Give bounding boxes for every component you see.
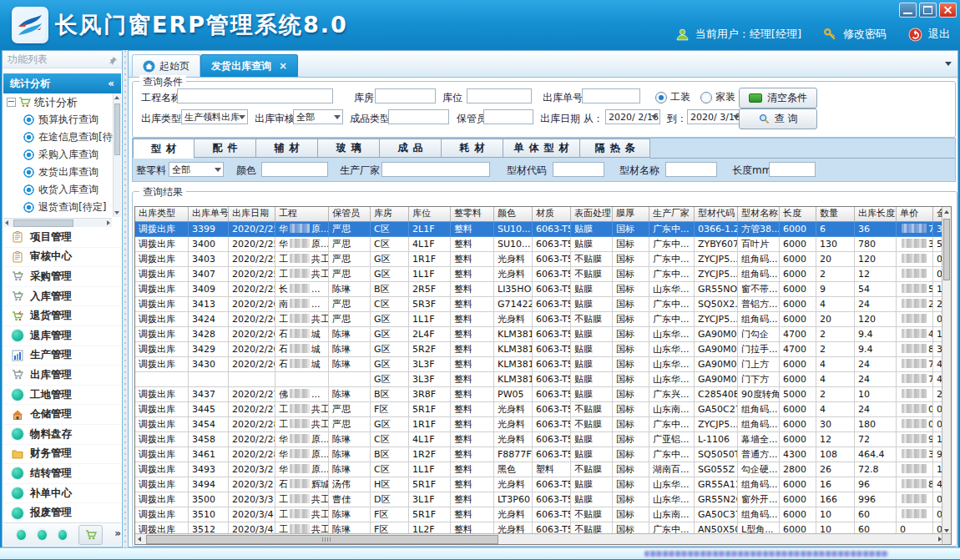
dot-icon[interactable] — [17, 530, 26, 540]
column-header-出库单号[interactable]: 出库单号 — [189, 207, 229, 221]
table-row[interactable]: 调拨出库34542020/2/28工共工程严思G区1R1F整料光身料6063-T… — [135, 417, 952, 432]
tree-vertical-scrollbar[interactable] — [113, 93, 121, 217]
column-header-表面处理[interactable]: 表面处理 — [571, 207, 613, 221]
tree-item-退货查询[待定][interactable]: 退货查询[待定] — [3, 199, 121, 216]
sidebar-item-结转管理[interactable]: 结转管理 — [3, 464, 121, 484]
radio-gongzhuang[interactable]: 工装 — [655, 90, 690, 104]
outbound-type-select[interactable]: 生产领料出库 — [181, 109, 248, 124]
tab-shipping-outbound-query[interactable]: 发货出库查询 × — [200, 54, 298, 77]
sidebar-item-工地管理[interactable]: 工地管理 — [3, 386, 121, 406]
sidebar-item-采购管理[interactable]: 采购管理 — [3, 267, 121, 287]
table-row[interactable]: 调拨出库34032020/2/25工共工程严思G区1R1F整料光身料6063-T… — [135, 252, 952, 267]
sidebar-item-仓储管理[interactable]: 仓储管理 — [3, 405, 121, 425]
table-row[interactable]: 调拨出库35102020/3/4工共工程陈琳F区5R1F整料光身料6063-T5… — [135, 507, 952, 522]
location-input[interactable] — [467, 88, 532, 103]
column-header-单价[interactable]: 单价 — [897, 207, 933, 221]
tree-item-发货出库查询[interactable]: 发货出库查询 — [3, 164, 121, 181]
minimize-button[interactable] — [899, 3, 917, 18]
cart-button[interactable] — [78, 525, 103, 545]
tree-root-statistics[interactable]: 统计分析 — [3, 93, 121, 111]
sidebar-item-出库管理[interactable]: 出库管理 — [3, 366, 121, 386]
section-header-statistics[interactable]: 统计分析 « — [3, 73, 121, 93]
material-tab-成品[interactable]: 成品 — [380, 139, 442, 158]
table-row[interactable]: 调拨出库33992020/2/25华原...严思C区2L1F整料SU10...6… — [135, 222, 952, 237]
table-row[interactable]: 调拨出库34072020/2/25工共工程严思G区1L1F整料光身料6063-T… — [135, 267, 952, 282]
profile-name-input[interactable] — [665, 162, 717, 177]
collapse-icon[interactable]: « — [108, 73, 114, 93]
dot-icon[interactable] — [58, 530, 68, 540]
tab-close-icon[interactable]: × — [279, 60, 287, 72]
table-row[interactable]: 调拨出库34942020/3/2石辉城汤伟H区5R1F整料光身料6063-T5贴… — [135, 477, 952, 492]
pin-icon[interactable] — [108, 54, 118, 64]
material-tab-隔热条[interactable]: 隔热条 — [580, 139, 650, 158]
manufacturer-input[interactable] — [381, 162, 490, 177]
material-tab-辅材[interactable]: 辅材 — [256, 139, 318, 158]
column-header-工程[interactable]: 工程 — [275, 207, 329, 221]
material-tab-单体型材[interactable]: 单体型材 — [503, 139, 580, 158]
column-header-出库日期[interactable]: 出库日期 — [229, 207, 275, 221]
tree-item-收货入库查询[interactable]: 收货入库查询 — [3, 181, 121, 199]
material-tab-玻璃[interactable]: 玻璃 — [318, 139, 380, 158]
date-to-picker[interactable]: 2020/ 3/16 — [687, 109, 742, 124]
outbound-order-input[interactable] — [582, 88, 640, 103]
material-tab-配件[interactable]: 配件 — [195, 139, 256, 158]
project-name-input[interactable] — [177, 88, 333, 103]
column-header-出库类型[interactable]: 出库类型 — [135, 207, 189, 221]
table-row[interactable]: G区3L3F整料KLM38176063-T5贴膜国标山东华...GA90M09.… — [135, 372, 952, 387]
column-header-整零料[interactable]: 整零料 — [451, 207, 494, 221]
tree-expander-icon[interactable] — [7, 98, 16, 107]
change-password-link[interactable]: 修改密码 — [843, 27, 887, 42]
table-row[interactable]: 调拨出库34302020/2/26石城陈琳G区3L3F整料KLM38176063… — [135, 357, 952, 372]
tab-home[interactable]: 起始页 — [132, 54, 200, 77]
color-input[interactable] — [261, 162, 328, 177]
sidebar-item-退库管理[interactable]: 退库管理 — [3, 326, 121, 346]
material-tab-耗材[interactable]: 耗材 — [442, 139, 503, 158]
product-type-input[interactable] — [388, 109, 449, 124]
table-row[interactable]: 调拨出库34582020/2/28华原...陈琳C区4L1F整料光身料6063-… — [135, 432, 952, 447]
sidebar-item-报废管理[interactable]: 报废管理 — [3, 503, 121, 523]
table-row[interactable]: 调拨出库34132020/2/26南...严思C区5R3F整料G71422606… — [135, 297, 952, 312]
table-row[interactable]: 调拨出库35002020/3/3工共工程曹佳D区3L1F整料LT3P606063… — [135, 492, 952, 507]
tree-item-在途信息查询[待[interactable]: 在途信息查询[待 — [3, 129, 121, 146]
search-button[interactable]: 查 询 — [739, 108, 817, 129]
grid-horizontal-scrollbar[interactable] — [135, 533, 944, 544]
column-header-数量[interactable]: 数量 — [816, 207, 855, 221]
column-header-型材代码[interactable]: 型材代码 — [695, 207, 738, 221]
tree-horizontal-scrollbar[interactable] — [3, 218, 112, 227]
column-header-库位[interactable]: 库位 — [409, 207, 451, 221]
column-header-颜色[interactable]: 颜色 — [494, 207, 533, 221]
table-row[interactable]: 调拨出库34932020/3/2华原...陈琳C区1L1F整料黑色塑料不贴膜国标… — [135, 462, 952, 477]
maximize-button[interactable] — [919, 3, 937, 18]
table-row[interactable]: 调拨出库34612020/2/28华原...陈琳B区1R2F整料F8877FT6… — [135, 447, 952, 462]
sidebar-item-退货管理[interactable]: 退货管理 — [3, 306, 121, 326]
table-row[interactable]: 调拨出库34002020/2/25华原...严思C区4L1F整料SU10...6… — [135, 237, 952, 252]
dot-icon[interactable] — [38, 530, 47, 540]
date-from-picker[interactable]: 2020/ 2/16 — [605, 109, 660, 124]
sidebar-item-项目管理[interactable]: 项目管理 — [3, 228, 121, 248]
sidebar-item-财务管理[interactable]: 财务管理 — [3, 445, 121, 465]
column-header-生产厂家[interactable]: 生产厂家 — [649, 207, 695, 221]
table-row[interactable]: 调拨出库34372020/2/27佛...陈琳B区3R8F整料PW056063-… — [135, 387, 952, 402]
overflow-chevron[interactable]: » — [114, 527, 121, 539]
column-header-库房[interactable]: 库房 — [371, 207, 409, 221]
table-row[interactable]: 调拨出库34282020/2/26石城陈琳G区2L4F整料KLM38176063… — [135, 327, 952, 342]
material-tab-型材[interactable]: 型材 — [133, 139, 195, 159]
column-header-材质[interactable]: 材质 — [533, 207, 571, 221]
sidebar-item-入库管理[interactable]: 入库管理 — [3, 287, 121, 307]
sidebar-item-生产管理[interactable]: 生产管理 — [3, 346, 121, 366]
clear-conditions-button[interactable]: 清空条件 — [739, 88, 817, 108]
table-row[interactable]: 调拨出库34292020/2/26石城陈琳G区5R2F整料KLM38176063… — [135, 342, 952, 357]
sidebar-item-补单中心[interactable]: 补单中心 — [3, 484, 121, 504]
warehouse-input[interactable] — [375, 88, 436, 103]
whole-part-select[interactable]: 全部 — [169, 162, 224, 177]
tree-item-采购入库查询[interactable]: 采购入库查询 — [3, 146, 121, 164]
column-header-膜厚[interactable]: 膜厚 — [613, 207, 649, 221]
column-header-出库长度[interactable]: 出库长度 — [855, 207, 897, 221]
radio-jiazhuang[interactable]: 家装 — [700, 90, 735, 104]
sidebar-item-物料盘存[interactable]: 物料盘存 — [3, 425, 121, 445]
tree-item-退库管理[待定][interactable]: 退库管理[待定] — [3, 216, 121, 217]
grid-vertical-scrollbar[interactable] — [942, 207, 951, 536]
close-button[interactable] — [939, 3, 957, 18]
keeper-input[interactable] — [483, 109, 533, 124]
table-row[interactable]: 调拨出库34242020/2/26工共工程严思G区1L1F整料光身料6063-T… — [135, 312, 952, 327]
